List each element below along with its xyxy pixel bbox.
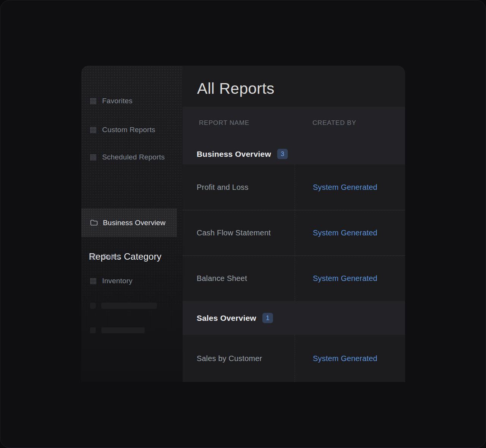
report-row-profit-and-loss[interactable]: Profit and Loss System Generated	[183, 164, 405, 210]
sidebar-item-label: Business Overview	[103, 219, 166, 227]
skeleton-bar	[101, 327, 145, 333]
report-row-balance-sheet[interactable]: Balance Sheet System Generated	[183, 256, 405, 301]
sidebar-item-label: Custom Reports	[102, 126, 155, 134]
group-name: Business Overview	[197, 150, 271, 159]
sidebar-item-custom-reports[interactable]: Custom Reports	[90, 123, 155, 136]
group-count-badge: 1	[262, 313, 273, 323]
report-row-sales-by-customer[interactable]: Sales by Customer System Generated	[183, 335, 405, 382]
all-reports-panel: All Reports REPORT NAME CREATED BY Busin…	[183, 66, 405, 382]
skeleton-icon	[90, 327, 96, 333]
created-by-cell: System Generated	[295, 256, 405, 301]
report-name-cell: Sales by Customer	[183, 335, 295, 382]
report-row-cash-flow-statement[interactable]: Cash Flow Statement System Generated	[183, 210, 405, 256]
column-header-report-name: REPORT NAME	[199, 119, 249, 127]
skeleton-bar	[101, 303, 157, 309]
report-name-cell: Balance Sheet	[183, 256, 295, 301]
sidebar: Favorites Custom Reports Scheduled Repor…	[81, 66, 183, 382]
inventory-icon	[90, 278, 96, 284]
report-name-cell: Cash Flow Statement	[183, 210, 295, 256]
page-title: All Reports	[197, 80, 275, 98]
sidebar-item-favorites[interactable]: Favorites	[90, 95, 133, 107]
sidebar-skeleton-row	[90, 303, 157, 309]
sidebar-item-scheduled-reports[interactable]: Scheduled Reports	[90, 151, 165, 164]
created-by-cell: System Generated	[295, 335, 405, 382]
sidebar-item-inventory[interactable]: Inventory	[90, 274, 133, 287]
table-header-band: REPORT NAME CREATED BY Business Overview…	[183, 107, 405, 164]
folder-icon	[90, 219, 98, 226]
created-by-cell: System Generated	[295, 210, 405, 256]
sales-icon	[90, 254, 96, 260]
report-name-cell: Profit and Loss	[183, 164, 295, 210]
favorites-icon	[90, 98, 96, 104]
sidebar-item-sales[interactable]: Sales	[90, 250, 121, 263]
group-name: Sales Overview	[197, 314, 256, 323]
page-background: Favorites Custom Reports Scheduled Repor…	[0, 0, 486, 448]
custom-reports-icon	[90, 127, 96, 133]
sidebar-item-business-overview[interactable]: Business Overview	[81, 208, 177, 237]
sidebar-item-label: Scheduled Reports	[102, 153, 165, 161]
reports-card: Favorites Custom Reports Scheduled Repor…	[81, 66, 405, 382]
scheduled-reports-icon	[90, 154, 96, 161]
sidebar-skeleton-row	[90, 327, 145, 333]
skeleton-icon	[90, 303, 96, 309]
sidebar-item-label: Inventory	[102, 277, 133, 285]
group-row-business-overview[interactable]: Business Overview 3	[183, 144, 405, 164]
group-count-badge: 3	[277, 149, 288, 159]
column-header-created-by: CREATED BY	[312, 119, 356, 127]
sidebar-item-label: Favorites	[102, 97, 133, 105]
group-row-sales-overview[interactable]: Sales Overview 1	[183, 301, 405, 335]
created-by-cell: System Generated	[295, 164, 405, 210]
sidebar-item-label: Sales	[102, 252, 121, 261]
